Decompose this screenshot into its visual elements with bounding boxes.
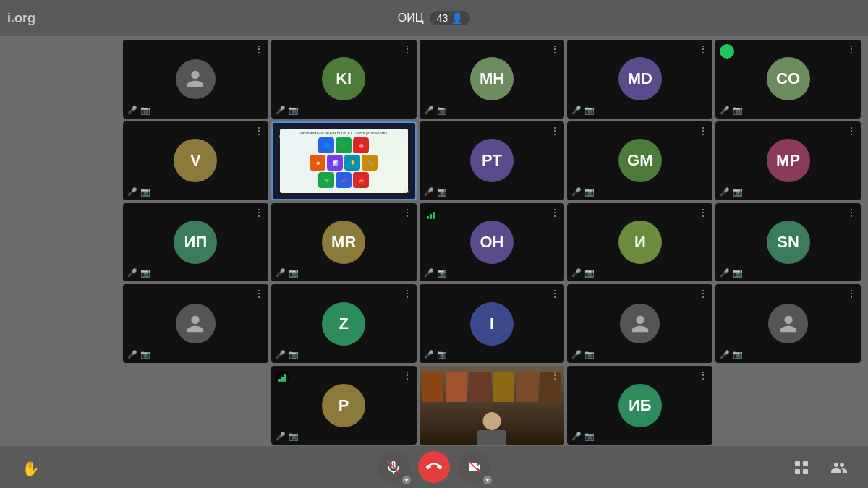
tile-bottom-9: 🎤 📷: [571, 187, 595, 197]
tile-11[interactable]: ИП ⋮ 🎤 📷: [123, 203, 268, 282]
avatar-GM: GM: [618, 139, 662, 182]
tile-bottom-5: 🎤 📷: [720, 106, 743, 115]
avatar-Z: Z: [322, 302, 365, 346]
tile-bottom-14: 🎤 📷: [571, 268, 595, 278]
avatar-MP: MP: [767, 139, 810, 182]
tile-9[interactable]: GM ⋮ 🎤 📷: [567, 121, 712, 200]
tile-bottom-11: 🎤 📷: [127, 268, 150, 278]
avatar-ON: ОН: [470, 221, 514, 264]
tile-21[interactable]: P ⋮ 🎤 📷: [271, 366, 417, 445]
tile-menu-16[interactable]: ⋮: [254, 288, 264, 299]
avatar-person-16: [176, 304, 216, 343]
tile-menu-15[interactable]: ⋮: [846, 207, 856, 218]
tile-bottom-10: 🎤 📷: [720, 187, 743, 197]
tile-12[interactable]: MR ⋮ 🎤 📷: [271, 203, 417, 282]
mic-muted-icon-1: 🎤: [127, 106, 137, 115]
tile-menu-10[interactable]: ⋮: [846, 126, 856, 136]
tile-15[interactable]: SN ⋮ 🎤 📷: [715, 203, 861, 282]
avatar-MD: MD: [618, 57, 662, 100]
tile-menu-14[interactable]: ⋮: [698, 207, 708, 218]
tile-8[interactable]: PT ⋮ 🎤 📷: [420, 121, 565, 200]
svg-rect-5: [803, 469, 808, 474]
tile-menu-8[interactable]: ⋮: [550, 126, 560, 136]
tile-bottom-2: 🎤 📷: [276, 106, 299, 115]
tile-18[interactable]: I ⋮ 🎤 📷: [420, 284, 565, 363]
tile-3[interactable]: МН ⋮ 🎤 📷: [420, 40, 565, 119]
tile-bottom-18: 🎤 📷: [424, 350, 447, 359]
avatar-IB: ИБ: [618, 384, 662, 427]
tile-2[interactable]: KI ⋮ 🎤 📷: [271, 40, 417, 119]
meeting-info: ОИЦ 43 👤: [398, 11, 470, 25]
tile-bottom-6: 🎤 📷: [127, 187, 150, 197]
bottom-right-controls: [787, 453, 854, 482]
hand-icon[interactable]: ✋: [22, 460, 40, 477]
tile-bottom-16: 🎤 📷: [127, 350, 150, 359]
avatar-P: P: [322, 384, 365, 427]
avatar-person-20: [768, 304, 808, 343]
signal-icon-21: [276, 370, 290, 385]
svg-rect-2: [795, 461, 800, 466]
end-call-button[interactable]: [418, 451, 450, 483]
video-grid: ⋮ 🎤 📷 KI ⋮ 🎤 📷 МН ⋮ 🎤 📷 MD ⋮ 🎤 📷: [123, 40, 861, 445]
tile-bottom-21: 🎤 📷: [276, 432, 299, 441]
signal-icon-13: [424, 207, 438, 222]
tile-menu-20[interactable]: ⋮: [846, 288, 856, 299]
participants-button[interactable]: [825, 453, 854, 482]
avatar-MR: MR: [322, 221, 365, 264]
mic-button[interactable]: ▼: [378, 451, 409, 483]
tile-6[interactable]: V ⋮ 🎤 📷: [123, 121, 268, 200]
tile-23[interactable]: ИБ ⋮ 🎤 📷: [567, 366, 712, 445]
tile-menu-5[interactable]: ⋮: [846, 44, 856, 54]
svg-rect-4: [795, 469, 800, 474]
tile-bottom-17: 🎤 📷: [276, 350, 299, 359]
tile-menu-23[interactable]: ⋮: [698, 370, 708, 380]
tile-menu-13[interactable]: ⋮: [550, 207, 560, 218]
tile-5[interactable]: CO ⋮ 🎤 📷: [715, 40, 861, 119]
avatar-PT: PT: [470, 139, 514, 182]
tile-10[interactable]: MP ⋮ 🎤 📷: [715, 121, 861, 200]
avatar-person-1: [176, 59, 216, 99]
tile-menu-21[interactable]: ⋮: [402, 370, 412, 380]
tile-22-video[interactable]: ⋮: [420, 366, 565, 445]
tile-4[interactable]: MD ⋮ 🎤 📷: [567, 40, 712, 119]
camera-button[interactable]: ▼: [459, 451, 490, 483]
tile-17[interactable]: Z ⋮ 🎤 📷: [271, 284, 417, 363]
cam-dropdown-icon[interactable]: ▼: [483, 476, 492, 484]
mic-dropdown-icon[interactable]: ▼: [402, 476, 411, 484]
tile-bottom-20: 🎤 📷: [720, 350, 743, 359]
star-icon[interactable]: ☆: [403, 185, 411, 195]
tile-menu-17[interactable]: ⋮: [402, 288, 412, 299]
avatar-V: V: [174, 139, 217, 182]
cam-off-icon-1: 📷: [140, 106, 150, 115]
tile-19[interactable]: ⋮ 🎤 📷: [567, 284, 712, 363]
tile-20[interactable]: ⋮ 🎤 📷: [715, 284, 861, 363]
avatar-IP: ИП: [174, 221, 217, 264]
tile-menu-6[interactable]: ⋮: [254, 126, 264, 136]
tile-menu-18[interactable]: ⋮: [550, 288, 560, 299]
tile-16[interactable]: ⋮ 🎤 📷: [123, 284, 268, 363]
screenshare-content: ИНФОРМАТИЗАЦИЯ ВО ВСЕХ ПРИНЦИПИАЛЬНО 🌐 🌿…: [280, 129, 408, 193]
grid-view-button[interactable]: [787, 453, 816, 482]
tile-menu-3[interactable]: ⋮: [550, 44, 560, 54]
green-status-icon: [720, 44, 734, 59]
tile-13[interactable]: ОН ⋮ 🎤 📷: [420, 203, 565, 282]
avatar-I2: И: [618, 221, 662, 264]
meeting-title: ОИЦ: [398, 12, 424, 25]
tile-bottom-4: 🎤 📷: [571, 106, 595, 115]
tile-menu-1[interactable]: ⋮: [254, 44, 264, 54]
tile-14[interactable]: И ⋮ 🎤 📷: [567, 203, 712, 282]
tile-menu-9[interactable]: ⋮: [698, 126, 708, 136]
tile-menu-4[interactable]: ⋮: [698, 44, 708, 54]
tile-menu-11[interactable]: ⋮: [254, 207, 264, 218]
tile-menu-12[interactable]: ⋮: [402, 207, 412, 218]
avatar-I: I: [470, 302, 514, 346]
bottom-control-bar: ▼ ▼: [0, 446, 868, 488]
tile-menu-19[interactable]: ⋮: [698, 288, 708, 299]
tile-screenshare[interactable]: ⋮ ИНФОРМАТИЗАЦИЯ ВО ВСЕХ ПРИНЦИПИАЛЬНО 🌐…: [271, 121, 417, 200]
tile-menu-22[interactable]: ⋮: [550, 370, 560, 380]
tile-menu-2[interactable]: ⋮: [402, 44, 412, 54]
tile-bottom-1: 🎤 📷: [127, 106, 150, 115]
tile-1[interactable]: ⋮ 🎤 📷: [123, 40, 268, 119]
tile-bottom-12: 🎤 📷: [276, 268, 299, 278]
video-feed: [420, 366, 565, 445]
